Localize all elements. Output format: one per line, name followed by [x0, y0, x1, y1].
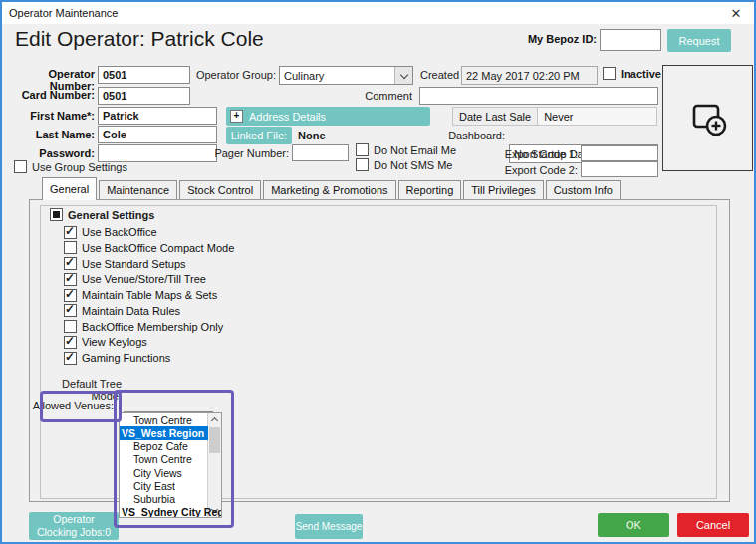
- scrollbar-thumb[interactable]: [209, 427, 220, 453]
- first-name-input[interactable]: Patrick: [98, 107, 217, 125]
- setting-row[interactable]: Maintain Data Rules: [64, 304, 180, 318]
- last-name-label: Last Name:: [10, 129, 95, 140]
- last-name-input[interactable]: Cole: [98, 126, 217, 143]
- checkbox-icon[interactable]: [356, 158, 369, 171]
- title-bar: Operator Maintenance ✕: [2, 2, 754, 24]
- mixed-checkbox-icon[interactable]: [50, 208, 63, 221]
- tab-reporting[interactable]: Reporting: [398, 180, 462, 200]
- allowed-venues-dropdown: Town CentreVS_West RegionBepoz CafeTown …: [119, 412, 222, 518]
- tab-till-privileges[interactable]: Till Privileges: [463, 180, 543, 200]
- checkbox-icon[interactable]: [64, 336, 77, 349]
- general-settings-group-row[interactable]: General Settings: [50, 208, 154, 221]
- export-code-1-input[interactable]: [581, 145, 658, 161]
- checkbox-icon[interactable]: [64, 273, 77, 286]
- checkbox-icon[interactable]: [64, 320, 77, 333]
- dashboard-label: Dashboard:: [430, 130, 505, 141]
- linked-file-value: None: [298, 130, 326, 141]
- cancel-button[interactable]: Cancel: [677, 513, 749, 537]
- setting-row[interactable]: Use Venue/Store/Till Tree: [64, 272, 206, 286]
- general-settings-group-label: General Settings: [68, 209, 154, 221]
- default-tree-mode-label: Default Tree Mode:: [32, 378, 122, 402]
- checkbox-icon[interactable]: [64, 241, 77, 254]
- dropdown-scrollbar[interactable]: [207, 413, 221, 517]
- setting-row[interactable]: Use BackOffice Compact Mode: [64, 241, 234, 255]
- venue-option[interactable]: VS_West Region: [120, 426, 208, 439]
- close-icon[interactable]: ✕: [724, 2, 748, 24]
- setting-label: Maintain Data Rules: [82, 305, 180, 317]
- setting-label: Use Standard Setups: [82, 258, 186, 270]
- checkbox-icon[interactable]: [64, 289, 77, 302]
- venue-option[interactable]: Bepoz Cafe: [120, 440, 208, 453]
- comment-input[interactable]: [419, 87, 658, 105]
- tab-maintenance[interactable]: Maintenance: [99, 180, 177, 200]
- venue-option[interactable]: Town Centre: [120, 453, 208, 466]
- card-number-input[interactable]: 0501: [98, 87, 190, 105]
- tab-marketing-promotions[interactable]: Marketing & Promotions: [263, 180, 395, 200]
- operator-number-input[interactable]: 0501: [98, 66, 190, 84]
- inactive-row[interactable]: Inactive: [603, 67, 661, 80]
- card-number-label: Card Number:: [10, 89, 95, 101]
- tab-custom-info[interactable]: Custom Info: [546, 180, 621, 200]
- use-group-settings-row[interactable]: Use Group Settings: [14, 160, 127, 173]
- pager-number-input[interactable]: [292, 144, 349, 161]
- checkbox-icon[interactable]: [64, 352, 77, 365]
- operator-photo-box[interactable]: [662, 65, 753, 171]
- operator-group-select[interactable]: Culinary: [279, 66, 413, 85]
- plus-icon: +: [230, 110, 243, 123]
- do-not-email-label: Do Not Email Me: [374, 144, 456, 156]
- setting-label: View Keylogs: [82, 336, 147, 348]
- venue-option[interactable]: VS_Sydney City Regio: [120, 506, 208, 518]
- bepoz-id-input[interactable]: [600, 29, 661, 51]
- setting-row[interactable]: View Keylogs: [64, 335, 147, 349]
- checkbox-icon[interactable]: [356, 143, 369, 156]
- setting-label: Use BackOffice: [82, 226, 157, 238]
- setting-row[interactable]: Use Standard Setups: [64, 257, 186, 271]
- checkbox-icon[interactable]: [64, 226, 77, 239]
- comment-label: Comment: [351, 90, 412, 102]
- ok-button[interactable]: OK: [598, 513, 669, 537]
- do-not-sms-row[interactable]: Do Not SMS Me: [356, 158, 452, 171]
- operator-clocking-jobs-button[interactable]: Operator Clocking Jobs:0: [29, 512, 119, 540]
- date-last-sale-value: Never: [538, 108, 656, 125]
- tab-general[interactable]: General: [42, 177, 97, 200]
- date-last-sale-strip: Date Last Sale Never: [452, 107, 657, 126]
- request-button[interactable]: Request: [667, 29, 731, 52]
- operator-group-label: Operator Group:: [181, 69, 276, 81]
- inactive-label: Inactive: [621, 68, 661, 80]
- linked-file-button[interactable]: Linked File:: [226, 127, 292, 144]
- tab-strip: GeneralMaintenanceStock ControlMarketing…: [42, 178, 623, 200]
- checkbox-icon[interactable]: [603, 67, 616, 80]
- venue-option[interactable]: Town Centre: [120, 413, 208, 426]
- date-last-sale-label: Date Last Sale: [453, 108, 538, 125]
- chevron-down-icon[interactable]: [394, 67, 412, 84]
- tab-stock-control[interactable]: Stock Control: [179, 180, 261, 200]
- export-code-2-label: Export Code 2:: [495, 164, 578, 176]
- checkbox-icon[interactable]: [64, 257, 77, 270]
- venue-option[interactable]: Suburbia: [120, 493, 208, 506]
- created-value: 22 May 2017 02:20 PM: [461, 66, 598, 85]
- checkbox-icon[interactable]: [64, 304, 77, 317]
- scroll-up-icon[interactable]: [208, 413, 221, 426]
- allowed-venues-label: Allowed Venues:: [30, 400, 114, 411]
- first-name-label: First Name*:: [10, 110, 95, 122]
- setting-label: Use Venue/Store/Till Tree: [82, 273, 206, 285]
- setting-label: BackOffice Membership Only: [82, 321, 223, 333]
- do-not-email-row[interactable]: Do Not Email Me: [356, 143, 456, 156]
- venue-option[interactable]: City East: [120, 479, 208, 492]
- setting-row[interactable]: Maintain Table Maps & Sets: [64, 288, 217, 302]
- setting-row[interactable]: BackOffice Membership Only: [64, 320, 223, 334]
- checkbox-icon[interactable]: [14, 160, 27, 173]
- do-not-sms-label: Do Not SMS Me: [374, 159, 452, 171]
- send-message-button[interactable]: Send Message: [295, 514, 363, 539]
- add-image-icon: [686, 97, 730, 140]
- venue-option[interactable]: City Views: [120, 466, 208, 479]
- password-label: Password:: [10, 147, 95, 159]
- export-code-1-label: Export Code 1:: [495, 148, 578, 160]
- setting-row[interactable]: Gaming Functions: [64, 351, 170, 365]
- pager-number-label: Pager Number:: [201, 147, 289, 159]
- setting-row[interactable]: Use BackOffice: [64, 225, 157, 239]
- setting-label: Use BackOffice Compact Mode: [82, 242, 234, 254]
- export-code-2-input[interactable]: [581, 161, 658, 177]
- setting-label: Gaming Functions: [82, 352, 170, 364]
- address-details-button[interactable]: + Address Details: [226, 107, 430, 126]
